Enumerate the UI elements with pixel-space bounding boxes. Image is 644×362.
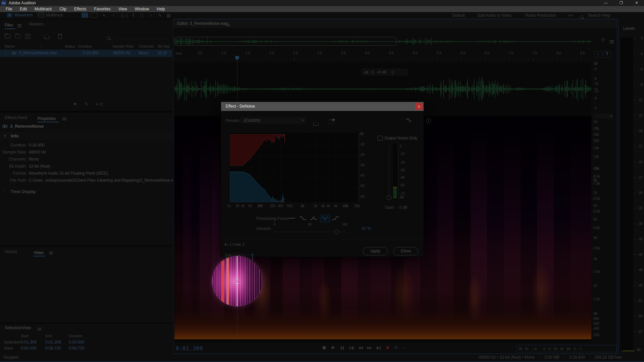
preview-play-button[interactable] xyxy=(73,102,77,106)
zoom-in-time-button[interactable]: ↔⊕ xyxy=(531,347,537,351)
channel-map-icon[interactable] xyxy=(406,118,412,123)
workspace-default[interactable]: Default xyxy=(452,13,465,18)
tab-effects-rack[interactable]: Effects Rack xyxy=(5,115,27,120)
gain-value[interactable]: 0 xyxy=(399,205,401,210)
timer-button[interactable]: ◷ xyxy=(573,347,576,351)
dialog-close-button-bottom[interactable]: Close xyxy=(393,247,418,255)
zoom-to-selection-button[interactable]: {}⊕ xyxy=(566,347,570,351)
selview-value[interactable]: 0:00.000 xyxy=(69,340,85,345)
menu-multitrack[interactable]: Multitrack xyxy=(32,7,54,11)
editor-settings-icon[interactable] xyxy=(610,39,614,45)
menu-favorites[interactable]: Favorites xyxy=(92,7,113,11)
close-button[interactable]: ✕ xyxy=(630,1,643,5)
stop-button[interactable] xyxy=(322,346,326,350)
hud-gain-value[interactable]: +0 dB xyxy=(377,70,386,74)
favorite-star-icon[interactable]: ★ xyxy=(331,117,336,122)
transport-time[interactable]: 0:01.309 xyxy=(176,345,203,352)
apply-button[interactable]: Apply xyxy=(363,247,388,255)
selview-value[interactable]: 0:08.720 xyxy=(45,346,61,351)
multitrack-view-button[interactable]: Multitrack xyxy=(38,13,63,17)
focus-high-button[interactable] xyxy=(331,215,340,222)
slip-tool[interactable]: |↔| xyxy=(121,13,127,18)
row-expand-chevron[interactable]: › xyxy=(5,51,6,55)
go-to-end-button[interactable] xyxy=(376,346,381,350)
time-selection-tool[interactable]: Ι xyxy=(133,13,134,18)
menu-file[interactable]: File xyxy=(3,7,14,11)
files-search-input[interactable] xyxy=(113,34,168,39)
zoom-reset-button[interactable]: ⊕ xyxy=(548,347,550,351)
amount-value[interactable]: 87 % xyxy=(362,226,371,231)
info-section-chevron[interactable]: ▾ xyxy=(4,134,6,138)
gain-slider-knob[interactable] xyxy=(387,195,391,200)
pause-button[interactable] xyxy=(340,346,344,350)
selview-value[interactable]: 0:01.309 xyxy=(21,340,37,345)
selview-value[interactable]: 0:00.000 xyxy=(21,346,37,351)
focus-mid-button[interactable] xyxy=(309,215,318,222)
move-tool[interactable]: ↖ xyxy=(103,13,106,18)
monitor-headphones-icon[interactable]: ∩ xyxy=(594,51,602,58)
gain-slider-track[interactable] xyxy=(389,145,389,196)
info-section-header[interactable]: Info xyxy=(11,133,19,138)
save-icon[interactable] xyxy=(44,36,49,39)
show-spectral-toggle[interactable] xyxy=(91,13,97,18)
files-col-status[interactable]: Status xyxy=(65,44,75,48)
play-button[interactable] xyxy=(331,346,335,350)
menu-help[interactable]: Help xyxy=(154,7,167,11)
files-col-duration[interactable]: Duration xyxy=(78,44,92,48)
freq-scale-dropdown[interactable]: ▾ xyxy=(594,114,613,119)
levels-title[interactable]: Levels xyxy=(623,26,635,31)
waveform-hud[interactable]: ◷ +0 dB xyxy=(362,69,408,75)
menu-edit[interactable]: Edit xyxy=(17,7,29,11)
selection-view-menu-icon[interactable] xyxy=(38,326,42,332)
time-display-chevron[interactable]: › xyxy=(4,189,5,193)
razor-tool[interactable]: ∕ xyxy=(113,13,114,18)
zoom-navigate-icon[interactable]: ⊡ xyxy=(601,38,605,42)
workspace-edit-audio-to-video[interactable]: Edit Audio to Video xyxy=(478,13,512,18)
zoom-vertical-disabled-button[interactable]: Ⅰ⊕ xyxy=(579,347,582,351)
save-preset-icon[interactable] xyxy=(313,122,318,126)
time-display-section[interactable]: Time Display xyxy=(11,189,36,194)
rewind-button[interactable] xyxy=(358,346,363,350)
dialog-title-bar[interactable]: Effect - DeNoise x xyxy=(221,102,424,111)
menu-clip[interactable]: Clip xyxy=(57,7,69,11)
selview-value[interactable]: 0:08.720 xyxy=(69,346,85,351)
tab-properties[interactable]: Properties xyxy=(38,115,56,121)
menu-window[interactable]: Window xyxy=(132,7,152,11)
skip-mode-button[interactable]: ↔ xyxy=(402,346,407,350)
file-row[interactable]: › 3_RemoveNoise.wav 0:16.400 48000 Hz Mo… xyxy=(0,50,172,57)
loop-button[interactable]: ↻ xyxy=(394,346,398,350)
zoom-in-out-point-button[interactable]: }⊕ xyxy=(560,347,564,351)
denoise-graph[interactable] xyxy=(230,133,358,202)
spectral-scrollbar[interactable] xyxy=(174,340,591,342)
delete-icon[interactable] xyxy=(58,34,62,39)
marquee-selection-tool[interactable]: □ xyxy=(141,13,143,18)
menu-view[interactable]: View xyxy=(116,7,129,11)
files-col-sample-rate[interactable]: Sample Rate xyxy=(112,44,134,48)
record-button[interactable] xyxy=(385,346,390,350)
minimize-button[interactable]: — xyxy=(599,1,612,5)
waveform-view-button[interactable]: ⧻ Waveform xyxy=(7,13,33,17)
dialog-close-button[interactable]: x xyxy=(415,103,423,110)
editor-tab-title[interactable]: Editor: 3_RemoveNoise.wav xyxy=(177,21,228,26)
tab-history[interactable]: History xyxy=(5,249,17,254)
lasso-selection-tool[interactable]: ○ xyxy=(150,13,152,18)
search-help-field[interactable]: Search Help xyxy=(588,13,610,18)
tab-markers[interactable]: Markers xyxy=(29,22,43,26)
files-col-bit-dep[interactable]: Bit Dep xyxy=(158,44,170,48)
menu-effects[interactable]: Effects xyxy=(72,7,89,11)
focus-all-button[interactable] xyxy=(287,215,297,222)
zoom-out-time-button[interactable]: ↔⊖ xyxy=(540,347,545,351)
spot-healing-magnifier[interactable] xyxy=(212,256,262,306)
zoom-in-amplitude-button[interactable]: Ⅰ⊕ xyxy=(519,347,522,351)
output-noise-only-checkbox[interactable] xyxy=(378,136,383,141)
zoom-in-in-point-button[interactable]: {⊕ xyxy=(554,347,557,351)
show-waveform-toggle[interactable] xyxy=(82,13,88,18)
properties-menu-icon[interactable] xyxy=(62,116,66,122)
focus-low-button[interactable] xyxy=(298,215,308,222)
files-panel-menu-icon[interactable] xyxy=(17,22,21,28)
spot-healing-brush-tool[interactable]: ▨ xyxy=(167,13,170,18)
files-col-name[interactable]: Name xyxy=(5,44,14,48)
amount-slider-knob[interactable] xyxy=(334,230,339,234)
auto-play-icon[interactable]: ∗◁) xyxy=(96,102,103,106)
sort-ascending-icon[interactable]: ↑ xyxy=(40,44,42,48)
